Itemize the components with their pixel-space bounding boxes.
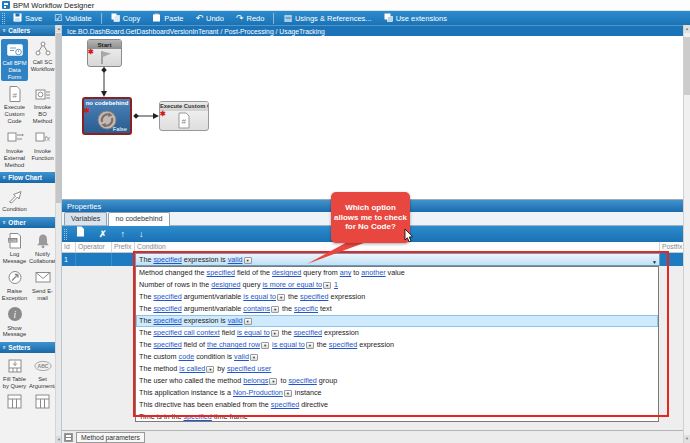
condition-link[interactable]: designed [211, 280, 240, 289]
sidebar-item-send-e-mail[interactable]: Send E-mail [29, 268, 56, 302]
condition-link[interactable]: valid [228, 255, 243, 264]
condition-link[interactable]: specified [153, 255, 181, 264]
combo-dropdown-icon[interactable]: ▾ [271, 306, 279, 313]
tab-no-codebehind[interactable]: no codebehind [108, 212, 169, 226]
canvas-scrollbar[interactable]: ▲ ▼ [683, 25, 690, 443]
sidebar-item-call-bpm-data-form[interactable]: Call BPM Data Form [1, 39, 28, 81]
condition-link[interactable]: specified [329, 340, 357, 349]
move-down-icon[interactable]: ↓ [132, 226, 151, 242]
sidebar-section-header-setters[interactable]: »Setters [0, 342, 56, 353]
condition-link[interactable]: specified [271, 400, 299, 409]
move-up-icon[interactable]: ↑ [114, 226, 133, 242]
condition-link[interactable]: code [179, 352, 195, 361]
sidebar-item-log-message[interactable]: LOGLog Message [1, 231, 28, 265]
dropdown-option[interactable]: The user who called the method belongs▾ … [136, 375, 658, 387]
sidebar-section-header-callers[interactable]: »Callers [0, 25, 56, 36]
condition-link[interactable]: is equal to [272, 340, 305, 349]
sidebar-item-condition[interactable]: Condition [1, 186, 28, 213]
scrollbar-thumb[interactable] [684, 37, 690, 95]
dropdown-option[interactable]: Time is in the specified time frame [136, 411, 658, 422]
sidebar-item-raise-exception[interactable]: Raise Exception [1, 268, 28, 302]
sidebar-item-notify-collaborate[interactable]: Notify Collaborate [29, 231, 56, 265]
row-postfix-cell[interactable] [660, 253, 683, 266]
condition-link[interactable]: another [361, 268, 385, 277]
condition-link[interactable]: the changed row [207, 340, 260, 349]
toolbar-button-copy[interactable]: Copy [105, 11, 147, 26]
new-row-icon[interactable] [69, 226, 92, 242]
chevron-down-icon[interactable]: ▼ [652, 257, 657, 266]
condition-link[interactable]: valid [228, 316, 243, 325]
dropdown-option[interactable]: The specified argument/variable is equal… [136, 291, 658, 303]
condition-link[interactable]: specified [207, 268, 235, 277]
sidebar-item-invoke-function[interactable]: fxInvoke Function [29, 128, 56, 168]
node-start[interactable]: Start ✱ [87, 39, 122, 67]
combo-dropdown-icon[interactable]: ▾ [250, 354, 258, 361]
condition-link[interactable]: specified user [227, 364, 271, 373]
toolbar-button-usings-references[interactable]: ▤Usings & References... [277, 11, 377, 26]
combo-dropdown-icon[interactable]: ▾ [244, 257, 252, 264]
combo-dropdown-icon[interactable]: ▾ [206, 366, 214, 373]
dropdown-option[interactable]: The specified expression is valid▾ [136, 315, 658, 327]
condition-link[interactable]: specified [300, 292, 328, 301]
sidebar-item-invoke-external-method[interactable]: Invoke External Method [1, 128, 28, 168]
dropdown-option[interactable]: Number of rows in the designed query is … [136, 279, 658, 291]
sidebar-item-set-argument-variable[interactable]: ABCSet Argument/Variable [29, 356, 56, 390]
sidebar-item-fill-table-by-query[interactable]: Fill Table by Query [1, 356, 28, 390]
row-prefix-cell[interactable] [112, 253, 135, 266]
dropdown-option[interactable]: The specified call context field is equa… [136, 327, 658, 339]
condition-link[interactable]: specified [153, 304, 181, 313]
condition-link[interactable]: specified call context [153, 328, 219, 337]
condition-link[interactable]: specified [153, 316, 181, 325]
sidebar-section-header-other[interactable]: »Other [0, 217, 56, 228]
combo-dropdown-icon[interactable]: ▾ [271, 330, 279, 337]
sidebar-item-execute-custom-code[interactable]: #Execute Custom Code [1, 84, 28, 124]
dropdown-option[interactable]: The custom code condition is valid▾ [136, 351, 658, 363]
tab-method-parameters[interactable]: Method parameters [76, 432, 145, 443]
combo-dropdown-icon[interactable]: ▾ [323, 282, 331, 289]
condition-link[interactable]: specified [153, 340, 181, 349]
splitter-icon[interactable] [64, 433, 73, 442]
toolbar-button-save[interactable]: Save [7, 11, 48, 26]
condition-combobox[interactable]: The specified expression is valid▾ ▼ [135, 253, 660, 266]
condition-link[interactable]: is equal to [237, 328, 270, 337]
scroll-down-icon[interactable]: ▼ [684, 435, 690, 443]
combo-dropdown-icon[interactable]: ▾ [244, 318, 252, 325]
combo-dropdown-icon[interactable]: ▾ [269, 378, 277, 385]
toolbar-button-validate[interactable]: ☑Validate [48, 11, 98, 26]
toolbar-button-undo[interactable]: ↶Undo [189, 11, 229, 26]
sidebar-item-invoke-bo-method[interactable]: Invoke BO Method [29, 84, 56, 124]
node-no-codebehind[interactable]: no codebehind False ✱ [82, 97, 132, 135]
dropdown-option[interactable]: The method is called▾ by specified user [136, 363, 658, 375]
dropdown-option[interactable]: This application instance is a Non-Produ… [136, 387, 658, 399]
combo-dropdown-icon[interactable]: ▾ [261, 342, 269, 349]
combo-dropdown-icon[interactable]: ▾ [306, 342, 314, 349]
toolbar-button-redo[interactable]: ↷Redo [230, 11, 270, 26]
workflow-canvas[interactable]: Start ✱ no codebehind False ✱ Execute Cu… [62, 36, 683, 199]
row-operator-cell[interactable] [76, 253, 112, 266]
dropdown-option[interactable]: This directive has been enabled from the… [136, 399, 658, 411]
combo-dropdown-icon[interactable]: ▾ [284, 390, 292, 397]
condition-link[interactable]: is called [179, 364, 205, 373]
toolbar-button-paste[interactable]: Paste [146, 11, 189, 26]
condition-link[interactable]: 1 [334, 280, 338, 289]
node-execute-custom-code[interactable]: Execute Custom C... # ✱ [159, 101, 209, 131]
condition-link[interactable]: belongs [243, 376, 268, 385]
tab-variables[interactable]: Variables [64, 212, 107, 225]
condition-link[interactable]: specified [153, 292, 181, 301]
sidebar-item-table-icon[interactable] [29, 393, 56, 413]
sidebar-item-call-sc-workflow[interactable]: Call SC Workflow [29, 39, 56, 81]
dropdown-option[interactable]: Method changed the specified field of th… [136, 267, 658, 279]
condition-link[interactable]: is equal to [243, 292, 276, 301]
toolbar-button-use-extensions[interactable]: Use extensions [378, 11, 453, 26]
sidebar-scrollbar[interactable]: ▲ ▼ [55, 25, 61, 443]
delete-row-icon[interactable]: ✗ [92, 226, 114, 242]
scroll-up-icon[interactable]: ▲ [684, 25, 690, 33]
dropdown-option[interactable]: The specified argument/variable contains… [136, 303, 658, 315]
condition-link[interactable]: specified [294, 328, 322, 337]
condition-link[interactable]: specified [183, 412, 211, 421]
condition-link[interactable]: specified [288, 376, 316, 385]
condition-link[interactable]: is more or equal to [262, 280, 322, 289]
dropdown-option[interactable]: The specified field of the changed row▾ … [136, 339, 658, 351]
condition-link[interactable]: Non-Production [233, 388, 283, 397]
sidebar-section-header-flow-chart[interactable]: »Flow Chart [0, 172, 56, 183]
